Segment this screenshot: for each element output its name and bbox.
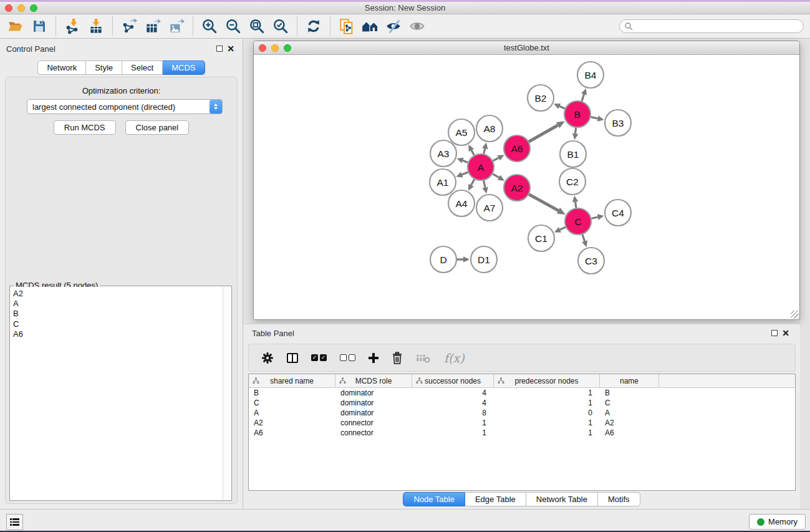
export-table-button[interactable] — [141, 16, 165, 37]
result-item[interactable]: B — [13, 309, 220, 319]
edge-A-A7[interactable] — [484, 181, 485, 188]
table-cell[interactable]: connector — [335, 428, 412, 438]
optimization-criterion-select[interactable]: largest connected component (directed) — [27, 99, 223, 114]
hide-selected-button[interactable] — [382, 16, 406, 37]
tab-select[interactable]: Select — [122, 60, 163, 75]
tab-motifs[interactable]: Motifs — [598, 492, 640, 506]
search-input[interactable] — [619, 19, 804, 33]
result-item[interactable]: A — [13, 299, 220, 309]
table-cell[interactable]: 4 — [412, 398, 494, 408]
table-cell[interactable]: A6 — [249, 428, 335, 438]
save-session-button[interactable] — [27, 16, 51, 37]
graph-node-C1[interactable]: C1 — [528, 225, 554, 251]
edge-C-C3[interactable] — [582, 235, 585, 241]
apply-layout-button[interactable] — [302, 16, 325, 37]
table-cell[interactable]: dominator — [335, 408, 412, 418]
network-canvas[interactable]: B4B2BB3A8A5A6A3B1AA1C2A2A4A7C4CC1DD1C3 — [254, 55, 799, 319]
edge-A-A6[interactable] — [493, 158, 499, 161]
import-network-button[interactable] — [60, 16, 84, 37]
edge-A-A1[interactable] — [462, 172, 468, 175]
tab-style[interactable]: Style — [86, 60, 122, 75]
zoom-out-button[interactable] — [221, 16, 245, 37]
table-cell[interactable]: 1 — [494, 418, 600, 428]
table-row[interactable]: A6connector11A6 — [249, 428, 795, 438]
result-scrollbar[interactable] — [223, 287, 231, 500]
export-network-button[interactable] — [117, 16, 141, 37]
table-settings-button[interactable] — [261, 352, 274, 364]
mcds-result-list[interactable]: A2ABCA6 — [11, 287, 223, 500]
tab-network-table[interactable]: Network Table — [526, 492, 598, 506]
table-cell[interactable]: 1 — [494, 428, 600, 438]
table-cell[interactable]: 0 — [494, 408, 600, 418]
table-cell[interactable]: connector — [335, 418, 412, 428]
run-mcds-button[interactable]: Run MCDS — [54, 120, 116, 135]
result-item[interactable]: A6 — [13, 329, 220, 339]
table-row[interactable]: A2connector11A2 — [249, 418, 795, 428]
resize-grip[interactable] — [791, 311, 799, 319]
column-header-name[interactable]: name — [600, 374, 659, 387]
tab-network[interactable]: Network — [37, 60, 86, 75]
graph-node-B2[interactable]: B2 — [528, 85, 554, 111]
show-column-button[interactable] — [287, 353, 298, 363]
table-cell[interactable]: A2 — [600, 418, 659, 428]
graph-node-A3[interactable]: A3 — [430, 140, 456, 167]
table-cell[interactable]: 4 — [412, 388, 494, 398]
import-table-button[interactable] — [84, 16, 108, 37]
tab-node-table[interactable]: Node Table — [403, 492, 465, 506]
edge-B-B1[interactable] — [576, 128, 576, 133]
edge-C-C4[interactable] — [591, 217, 597, 218]
table-cell[interactable]: 1 — [412, 418, 494, 428]
column-header-shared-name[interactable]: shared name — [249, 374, 335, 387]
table-cell[interactable]: A — [600, 408, 659, 418]
table-cell[interactable]: A — [249, 408, 335, 418]
table-row[interactable]: Cdominator41C — [249, 398, 795, 408]
close-table-panel-button[interactable]: ✕ — [780, 327, 791, 339]
export-image-button[interactable] — [165, 16, 188, 37]
clone-network-button[interactable] — [335, 16, 359, 37]
table-cell[interactable]: dominator — [335, 388, 412, 398]
graph-node-A7[interactable]: A7 — [476, 195, 503, 221]
close-panel-action-button[interactable]: Close panel — [125, 120, 190, 135]
graph-node-D[interactable]: D — [430, 246, 456, 273]
column-header-MCDS-role[interactable]: MCDS role — [335, 374, 412, 387]
network-graph[interactable]: B4B2BB3A8A5A6A3B1AA1C2A2A4A7C4CC1DD1C3 — [254, 55, 799, 319]
result-item[interactable]: A2 — [13, 289, 220, 299]
delete-column-button[interactable] — [392, 352, 403, 364]
table-cell[interactable]: 8 — [412, 408, 494, 418]
table-cell[interactable]: 1 — [494, 388, 600, 398]
graph-node-A1[interactable]: A1 — [430, 169, 456, 195]
table-cell[interactable]: 1 — [412, 428, 494, 438]
close-panel-button[interactable]: ✕ — [225, 43, 236, 54]
edge-B-B2[interactable] — [559, 106, 565, 109]
edge-A6-B[interactable] — [529, 125, 558, 142]
edge-B-B4[interactable] — [582, 94, 584, 101]
zoom-selected-button[interactable] — [269, 16, 292, 37]
table-cell[interactable]: A2 — [249, 418, 335, 428]
show-all-button[interactable] — [359, 16, 382, 37]
edge-A-A5[interactable] — [471, 150, 474, 155]
edge-C-C2[interactable] — [576, 202, 576, 208]
float-table-panel-button[interactable] — [769, 327, 780, 339]
table-cell[interactable]: dominator — [335, 398, 412, 408]
graph-node-B1[interactable]: B1 — [560, 141, 586, 167]
graph-node-C4[interactable]: C4 — [605, 200, 631, 226]
open-session-button[interactable] — [4, 16, 27, 37]
memory-button[interactable]: Memory — [749, 514, 806, 530]
select-all-columns-button[interactable]: ✓✓ — [311, 354, 327, 361]
tab-edge-table[interactable]: Edge Table — [465, 492, 526, 506]
graph-node-C2[interactable]: C2 — [559, 168, 586, 195]
column-header-predecessor-nodes[interactable]: predecessor nodes — [494, 374, 600, 387]
network-window-titlebar[interactable]: testGlobe.txt — [254, 41, 799, 55]
graph-node-B[interactable]: B — [564, 101, 591, 127]
table-row[interactable]: Bdominator41B — [249, 388, 795, 398]
create-column-button[interactable] — [369, 353, 378, 363]
result-item[interactable]: C — [13, 319, 220, 329]
graph-node-C3[interactable]: C3 — [578, 248, 604, 274]
graph-node-B3[interactable]: B3 — [605, 110, 631, 136]
graph-node-A5[interactable]: A5 — [448, 119, 475, 145]
graph-node-A6[interactable]: A6 — [504, 135, 530, 162]
unselect-all-columns-button[interactable] — [340, 354, 355, 361]
edge-A-A8[interactable] — [484, 148, 485, 153]
edge-A-A4[interactable] — [471, 179, 475, 185]
graph-node-B4[interactable]: B4 — [577, 62, 604, 88]
